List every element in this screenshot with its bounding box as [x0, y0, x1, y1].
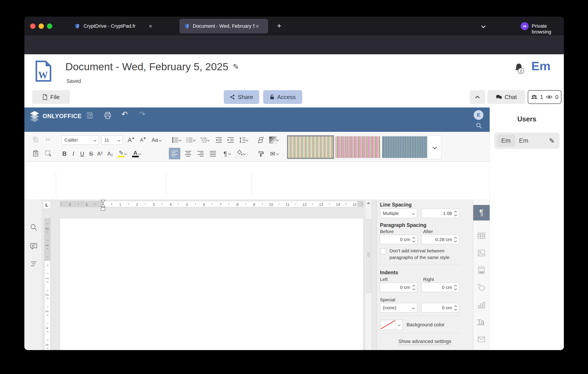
save-icon[interactable] — [86, 112, 94, 119]
special-amount-spinner[interactable]: 0 cm — [421, 303, 459, 312]
cut-button[interactable]: ✂ — [43, 135, 53, 145]
same-style-checkbox[interactable] — [380, 248, 386, 254]
background-color-picker[interactable] — [380, 320, 403, 330]
image-settings-tab[interactable] — [477, 249, 486, 257]
user-list-item[interactable]: Em Em ✎ — [494, 133, 560, 149]
justify-button[interactable] — [208, 149, 218, 159]
increase-font-size-button[interactable]: A — [126, 135, 136, 145]
spin-up[interactable] — [412, 237, 415, 240]
new-tab-button[interactable]: + — [277, 21, 281, 30]
paste-button[interactable] — [31, 148, 41, 158]
style-preview-normal-selected[interactable] — [287, 135, 334, 159]
browser-toolbar: ← → https://cryptpad.fr/doc/#/3/doc/edit… — [24, 35, 564, 54]
shape-settings-tab[interactable] — [477, 283, 486, 292]
chat-button[interactable]: Chat — [487, 90, 525, 104]
left-tool-column — [24, 199, 42, 350]
indent-markers[interactable] — [100, 200, 106, 213]
header-footer-settings-tab[interactable] — [477, 266, 486, 274]
change-case-button[interactable]: Aa — [150, 135, 163, 145]
account-label[interactable]: Em — [531, 59, 551, 73]
chart-settings-tab[interactable] — [477, 301, 486, 309]
clear-style-button[interactable] — [256, 135, 266, 145]
tab-document-active[interactable]: Document - Wed, February 5, 2025 × — [179, 19, 268, 33]
spin-down[interactable] — [454, 239, 457, 242]
copy-button[interactable] — [31, 135, 41, 145]
navigation-headings-icon[interactable] — [30, 260, 38, 268]
tab-close-icon[interactable]: × — [256, 23, 259, 30]
show-advanced-settings-link[interactable]: Show advanced settings — [377, 339, 473, 344]
scrollbar-thumb[interactable] — [366, 219, 371, 293]
edit-user-name-pencil-icon[interactable]: ✎ — [549, 137, 555, 145]
list-tabs-chevron-icon[interactable] — [481, 24, 486, 28]
spin-up[interactable] — [454, 285, 457, 288]
comments-icon[interactable] — [30, 242, 38, 250]
mail-merge-settings-tab[interactable] — [477, 335, 486, 344]
doc-letter: W — [38, 70, 48, 80]
file-menu-button[interactable]: File — [32, 90, 70, 104]
superscript-button[interactable]: A² — [95, 149, 105, 159]
rename-pencil-icon[interactable]: ✎ — [233, 62, 239, 71]
style-preview-no-spacing[interactable] — [334, 135, 381, 159]
decrease-indent-button[interactable] — [214, 135, 224, 145]
spin-down[interactable] — [454, 213, 457, 216]
window-zoom-button[interactable] — [47, 23, 52, 29]
spin-down[interactable] — [412, 287, 415, 290]
select-all-button[interactable] — [43, 148, 53, 158]
style-preview-heading[interactable] — [381, 135, 428, 159]
background-color-dropdown[interactable] — [396, 320, 402, 330]
access-button[interactable]: Access — [263, 90, 302, 104]
users-panel: Users Em Em ✎ — [490, 107, 564, 350]
text-art-settings-tab[interactable]: Ta — [477, 318, 486, 326]
office-user-avatar[interactable]: E — [474, 110, 483, 120]
subscript-button[interactable]: A₂ — [105, 149, 115, 159]
indent-left-spinner[interactable]: 0 cm — [380, 283, 417, 292]
font-size-select[interactable]: 11 — [102, 135, 123, 145]
spin-up[interactable] — [454, 237, 457, 240]
user-count-button[interactable]: 1 0 — [528, 90, 561, 104]
decrease-font-size-button[interactable]: A — [138, 135, 148, 145]
office-search-icon[interactable] — [475, 122, 483, 129]
tab-title: CryptDrive - CryptPad.fr — [84, 23, 136, 29]
spin-down[interactable] — [412, 239, 415, 242]
word-document-icon: W — [35, 61, 52, 82]
find-icon[interactable] — [30, 223, 38, 231]
vertical-ruler[interactable]: 2 1 1 2 3 4 5 6 — [44, 218, 51, 350]
spacing-after-spinner[interactable]: 0.28 cm — [421, 235, 459, 244]
spin-down[interactable] — [454, 287, 457, 290]
line-spacing-value-spinner[interactable]: 1.08 — [421, 209, 459, 218]
spin-up[interactable] — [454, 211, 457, 214]
font-name-select[interactable]: Calibri — [62, 135, 99, 145]
share-button[interactable]: Share — [224, 90, 259, 104]
tab-stop-selector[interactable]: L — [43, 201, 51, 209]
align-right-button[interactable] — [195, 149, 206, 159]
scroll-up-arrow[interactable] — [365, 200, 372, 206]
copy-style-button[interactable] — [256, 149, 266, 159]
spin-down[interactable] — [454, 308, 457, 311]
line-spacing-select[interactable]: Multiple — [380, 209, 417, 218]
tab-cryptdrive[interactable]: CryptDrive - CryptPad.fr × — [70, 19, 176, 33]
paragraph-shading-button[interactable] — [234, 148, 245, 158]
spacing-before-spinner[interactable]: 0 cm — [380, 235, 417, 244]
document-title[interactable]: Document - Wed, February 5, 2025 — [65, 61, 228, 73]
collapse-toolbar-button[interactable] — [470, 90, 485, 104]
private-browsing-label: Private browsing — [532, 23, 564, 35]
styles-gallery-expand-button[interactable] — [428, 135, 441, 159]
table-settings-tab[interactable] — [477, 231, 486, 240]
redo-icon[interactable]: ↷ — [139, 110, 146, 119]
spin-up[interactable] — [454, 305, 457, 308]
print-icon[interactable] — [104, 112, 112, 119]
undo-icon[interactable]: ↶ — [121, 110, 128, 119]
vertical-scrollbar[interactable] — [365, 199, 372, 350]
window-close-button[interactable] — [30, 23, 35, 29]
tab-close-icon[interactable]: × — [149, 23, 152, 30]
spin-up[interactable] — [412, 285, 415, 288]
align-center-button[interactable] — [183, 149, 193, 159]
increase-indent-button[interactable] — [226, 135, 236, 145]
special-select[interactable]: (none) — [380, 303, 417, 312]
align-left-button-active[interactable] — [169, 148, 180, 159]
window-minimize-button[interactable] — [39, 23, 44, 29]
indent-right-spinner[interactable]: 0 cm — [421, 283, 459, 292]
document-page[interactable] — [60, 218, 363, 350]
notifications-bell-icon[interactable]: 2 — [513, 63, 525, 75]
paragraph-settings-tab-active[interactable]: ¶ — [473, 205, 490, 220]
